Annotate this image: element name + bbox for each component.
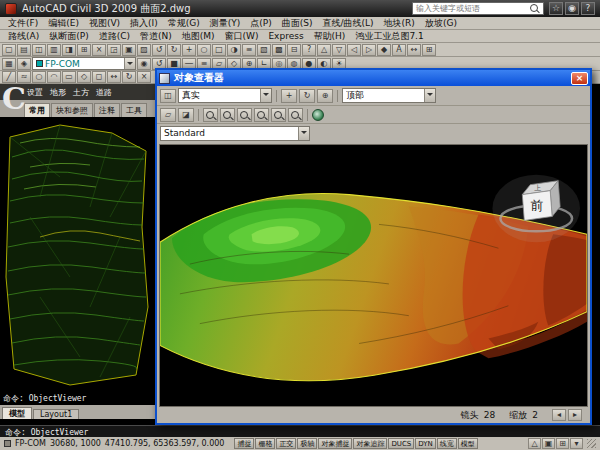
copy-icon[interactable]: ◲ (107, 44, 121, 56)
arc-icon[interactable]: ◠ (47, 71, 61, 83)
save-icon[interactable]: ◫ (32, 44, 46, 56)
clean-screen-icon[interactable]: ⊞ (556, 438, 569, 449)
layer-states-icon[interactable]: ◈ (17, 58, 31, 70)
save-image-icon[interactable]: ◫ (160, 89, 176, 103)
chevron-down-icon[interactable] (124, 58, 135, 69)
command-line[interactable]: 命令: ObjectViewer (0, 425, 600, 437)
app-icon[interactable] (5, 3, 17, 15)
toolspace-tab[interactable]: 道路 (93, 87, 115, 98)
menu-item[interactable]: 点(P) (245, 17, 276, 30)
visual-style-combo[interactable]: 真实 (178, 88, 272, 103)
orbit-icon[interactable]: ↻ (299, 89, 315, 103)
close-button[interactable]: × (571, 72, 588, 85)
favorites-star-icon[interactable]: ☆ (549, 2, 563, 15)
plot-icon[interactable]: ▥ (47, 44, 61, 56)
zoom-out-icon[interactable] (254, 108, 269, 122)
menu-item[interactable]: 测量(Y) (205, 17, 246, 30)
menu-item[interactable]: 编辑(E) (43, 17, 84, 30)
ribbon-tab[interactable]: 常用 (24, 103, 50, 117)
infocenter-search-input[interactable]: 输入关键字或短语 (412, 2, 544, 15)
table-icon[interactable]: ⊞ (422, 44, 436, 56)
publish-icon[interactable]: ⊞ (77, 44, 91, 56)
markup-manager-icon[interactable]: ▩ (272, 44, 286, 56)
make-current-layer-icon[interactable]: ◉ (137, 58, 151, 70)
menu-item[interactable]: 文件(F) (3, 17, 43, 30)
status-toggle-button[interactable]: 对象捕捉 (318, 438, 352, 449)
menu-item[interactable]: 道路(C) (94, 30, 135, 43)
menu-item[interactable]: 纵断面(P) (44, 30, 93, 43)
chevron-down-icon[interactable] (424, 89, 435, 102)
status-toggle-button[interactable]: 线宽 (437, 438, 457, 449)
status-toggle-button[interactable]: 对象追踪 (353, 438, 387, 449)
open-icon[interactable]: ▤ (17, 44, 31, 56)
viewer-3d-viewport[interactable]: 前 上 (159, 144, 588, 407)
communication-center-icon[interactable]: ◉ (565, 2, 579, 15)
menu-item[interactable]: 窗口(W) (220, 30, 264, 43)
menu-item[interactable]: 插入(I) (125, 17, 163, 30)
move-icon[interactable]: ↔ (107, 71, 121, 83)
ribbon-tab[interactable]: 块和参照 (51, 103, 93, 117)
text-icon[interactable]: A (392, 44, 406, 56)
help-icon[interactable]: ? (302, 44, 316, 56)
qnew-icon[interactable]: ▢ (2, 44, 16, 56)
help-icon[interactable]: ? (581, 2, 595, 15)
zoom-previous-icon[interactable] (288, 108, 303, 122)
toolspace-tab[interactable]: 地形 (47, 87, 69, 98)
paste-icon[interactable]: ▣ (122, 44, 136, 56)
pan-icon[interactable]: + (182, 44, 196, 56)
viewcube-front-label[interactable]: 前 (530, 199, 543, 214)
sheet-set-manager-icon[interactable]: ▧ (257, 44, 271, 56)
named-view-combo[interactable]: Standard (160, 126, 310, 141)
chevron-down-icon[interactable] (260, 89, 271, 102)
annotation-scale-icon[interactable]: △ (528, 438, 541, 449)
properties-icon[interactable]: ≡ (242, 44, 256, 56)
circle-icon[interactable]: ○ (32, 71, 46, 83)
cut-icon[interactable]: × (92, 44, 106, 56)
zoom-realtime-icon[interactable]: ○ (197, 44, 211, 56)
redo-icon[interactable]: ↻ (167, 44, 181, 56)
pan-icon[interactable]: + (281, 89, 297, 103)
undo-icon[interactable]: ↺ (152, 44, 166, 56)
menu-item[interactable]: Express (263, 31, 308, 41)
perspective-projection-icon[interactable]: ◪ (178, 108, 194, 122)
menu-item[interactable]: 直线/曲线(L) (318, 17, 379, 30)
status-toggle-button[interactable]: 极轴 (297, 438, 317, 449)
resize-grip[interactable] (587, 439, 596, 448)
status-toggle-button[interactable]: DUCS (388, 438, 414, 449)
menu-item[interactable]: 管道(N) (135, 30, 177, 43)
chevron-down-icon[interactable] (298, 127, 309, 140)
ribbon-tab[interactable]: 工具 (121, 103, 147, 117)
zoom-window-icon[interactable] (220, 108, 235, 122)
3d-orbit-sphere-icon[interactable] (312, 109, 324, 121)
zoom-window-icon[interactable]: □ (212, 44, 226, 56)
viewcube-top-label[interactable]: 上 (534, 184, 541, 192)
tray-settings-icon[interactable]: ▾ (570, 438, 583, 449)
status-toggle-button[interactable]: 模型 (458, 438, 478, 449)
view-direction-combo[interactable]: 顶部 (342, 88, 436, 103)
zoom-in-icon[interactable] (237, 108, 252, 122)
menu-item[interactable]: 帮助(H) (309, 30, 351, 43)
plot-preview-icon[interactable]: ◨ (62, 44, 76, 56)
dimension-icon[interactable]: ↔ (407, 44, 421, 56)
coordinates-readout[interactable]: 47410.795, 65363.597, 0.000 (105, 439, 225, 448)
status-toggle-button[interactable]: DYN (415, 438, 436, 449)
toolspace-tab[interactable]: 设置 (24, 87, 46, 98)
id-point-icon[interactable]: ▷ (362, 44, 376, 56)
match-properties-icon[interactable]: ▨ (137, 44, 151, 56)
trim-icon[interactable]: × (137, 71, 151, 83)
zoom-realtime-icon[interactable] (203, 108, 218, 122)
layout-tab[interactable]: Layout1 (33, 409, 79, 419)
menu-item[interactable]: 路线(A) (3, 30, 44, 43)
layout-tab[interactable]: 模型 (2, 407, 32, 419)
measure-icon[interactable]: △ (317, 44, 331, 56)
area-icon[interactable]: ▽ (332, 44, 346, 56)
rectangle-icon[interactable]: ▭ (62, 71, 76, 83)
ribbon-tab[interactable]: 注释 (94, 103, 120, 117)
menu-item[interactable]: 视图(V) (84, 17, 125, 30)
next-view-icon[interactable]: ▸ (568, 409, 582, 421)
erase-icon[interactable]: ◻ (92, 71, 106, 83)
layer-properties-icon[interactable]: ▦ (2, 58, 16, 70)
toolbar-lock-icon[interactable]: ▣ (542, 438, 555, 449)
polygon-icon[interactable]: ◇ (77, 71, 91, 83)
status-toggle-button[interactable]: 栅格 (255, 438, 275, 449)
